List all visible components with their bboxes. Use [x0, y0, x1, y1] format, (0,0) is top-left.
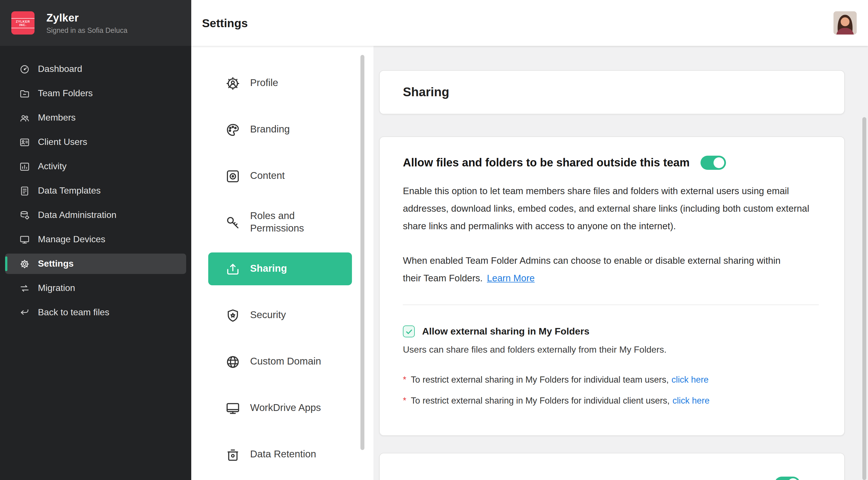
admin-note: When enabled Team Folder Admins can choo… [403, 252, 799, 287]
click-here-link[interactable]: click here [673, 395, 710, 407]
external-sharing-header: Allow files and folders to be shared out… [403, 156, 818, 170]
settings-nav-label: Data Retention [250, 448, 316, 461]
settings-nav-item[interactable]: Branding [208, 113, 352, 146]
next-section-card [379, 453, 845, 480]
sidebar: ZYLKER INC. Zylker Signed in as Sofia De… [0, 0, 191, 480]
my-folders-row: Allow external sharing in My Folders [403, 326, 818, 337]
sidebar-item[interactable]: Data Administration [5, 205, 186, 225]
settings-nav-item[interactable]: WorkDrive Apps [208, 392, 352, 424]
sidebar-item[interactable]: Manage Devices [5, 229, 186, 250]
sidebar-item-label: Settings [38, 259, 73, 269]
workdrive-apps-icon [225, 400, 241, 416]
sidebar-item-label: Activity [38, 161, 66, 172]
sidebar-item-label: Data Administration [38, 210, 116, 220]
team-folders-icon [19, 88, 30, 99]
workspace-header[interactable]: ZYLKER INC. Zylker Signed in as Sofia De… [0, 0, 191, 46]
settings-nav-label: Profile [250, 77, 278, 89]
sidebar-item[interactable]: Members [5, 108, 186, 128]
branding-palette-icon [225, 122, 241, 137]
activity-icon [19, 161, 30, 172]
settings-nav: Profile Branding Content Roles and Permi… [191, 46, 373, 480]
custom-domain-globe-icon [225, 354, 241, 369]
content-icon [225, 169, 241, 184]
required-asterisk: * [403, 374, 406, 386]
profile-icon [225, 76, 241, 91]
settings-nav-label: Security [250, 309, 286, 322]
required-asterisk: * [403, 395, 406, 407]
external-sharing-card: Allow files and folders to be shared out… [379, 137, 845, 436]
external-sharing-description: Enable this option to let team members s… [403, 182, 818, 235]
sidebar-item[interactable]: Settings [5, 253, 186, 274]
sidebar-menu: Dashboard Team Folders Members Client Us… [0, 46, 191, 323]
settings-nav-item[interactable]: Profile [208, 67, 352, 100]
main-scrollbar[interactable] [862, 117, 866, 480]
settings-nav-item[interactable]: Custom Domain [208, 345, 352, 378]
sidebar-item[interactable]: Client Users [5, 132, 186, 152]
restriction-note: * To restrict external sharing in My Fol… [403, 374, 818, 386]
my-folders-label: Allow external sharing in My Folders [422, 326, 589, 337]
settings-nav-label: Custom Domain [250, 356, 321, 368]
toggle-knob [788, 478, 798, 480]
toggle-knob [714, 157, 724, 168]
divider [403, 304, 819, 305]
client-users-icon [19, 137, 30, 147]
dashboard-icon [19, 64, 30, 74]
sidebar-item-label: Back to team files [38, 307, 110, 318]
top-header: Settings [191, 0, 868, 46]
sidebar-item-label: Migration [38, 283, 75, 293]
settings-nav-item[interactable]: Security [208, 299, 352, 332]
settings-nav-label: Roles and Permissions [250, 210, 336, 235]
settings-gear-icon [19, 259, 30, 269]
settings-nav-item[interactable]: Data Retention [208, 438, 352, 471]
data-administration-icon [19, 210, 30, 220]
restriction-notes: * To restrict external sharing in My Fol… [403, 374, 818, 407]
sharing-icon [225, 261, 241, 276]
sidebar-item[interactable]: Data Templates [5, 181, 186, 201]
sidebar-item[interactable]: Back to team files [5, 302, 186, 323]
sidebar-item-label: Team Folders [38, 88, 93, 98]
note-text: To restrict external sharing in My Folde… [411, 395, 670, 407]
settings-nav-item[interactable]: Roles and Permissions [208, 206, 352, 239]
check-icon [405, 327, 413, 335]
sidebar-item-label: Dashboard [38, 64, 82, 74]
migration-icon [19, 283, 30, 294]
admin-note-text: When enabled Team Folder Admins can choo… [403, 255, 781, 283]
settings-nav-label: WorkDrive Apps [250, 402, 321, 414]
sharing-title-card: Sharing [379, 70, 845, 114]
data-templates-icon [19, 185, 30, 196]
brand-block: Zylker Signed in as Sofia Deluca [46, 11, 127, 34]
members-icon [19, 112, 30, 123]
sidebar-item-label: Client Users [38, 137, 87, 147]
roles-key-icon [225, 215, 241, 230]
sidebar-item[interactable]: Activity [5, 156, 186, 177]
external-sharing-title: Allow files and folders to be shared out… [403, 156, 690, 169]
data-retention-icon [225, 447, 241, 462]
learn-more-link[interactable]: Learn More [487, 273, 535, 283]
restriction-note: * To restrict external sharing in My Fol… [403, 395, 818, 407]
settings-nav-item[interactable]: Content [208, 160, 352, 192]
avatar-image [834, 11, 857, 34]
sidebar-item[interactable]: Migration [5, 278, 186, 298]
next-section-toggle[interactable] [775, 477, 800, 480]
security-shield-icon [225, 308, 241, 323]
external-sharing-toggle[interactable] [701, 156, 726, 170]
my-folders-description: Users can share files and folders extern… [403, 345, 818, 355]
settings-nav-item[interactable]: Sharing [208, 252, 352, 285]
settings-nav-label: Sharing [250, 263, 287, 275]
settings-nav-scrollbar[interactable] [361, 55, 364, 450]
my-folders-checkbox[interactable] [403, 326, 415, 337]
sidebar-item-label: Data Templates [38, 186, 101, 196]
logo-text: ZYLKER INC. [11, 18, 34, 28]
note-text: To restrict external sharing in My Folde… [411, 374, 669, 386]
section-title: Sharing [403, 85, 449, 100]
zylker-logo-icon: ZYLKER INC. [11, 11, 34, 34]
click-here-link[interactable]: click here [672, 374, 709, 386]
settings-nav-label: Branding [250, 123, 290, 136]
back-arrow-icon [19, 307, 30, 318]
manage-devices-icon [19, 234, 30, 245]
user-avatar[interactable] [834, 11, 857, 34]
signed-in-as: Signed in as Sofia Deluca [46, 26, 127, 34]
sidebar-item[interactable]: Dashboard [5, 59, 186, 79]
app-window: ZYLKER INC. Zylker Signed in as Sofia De… [0, 0, 868, 480]
sidebar-item[interactable]: Team Folders [5, 83, 186, 103]
